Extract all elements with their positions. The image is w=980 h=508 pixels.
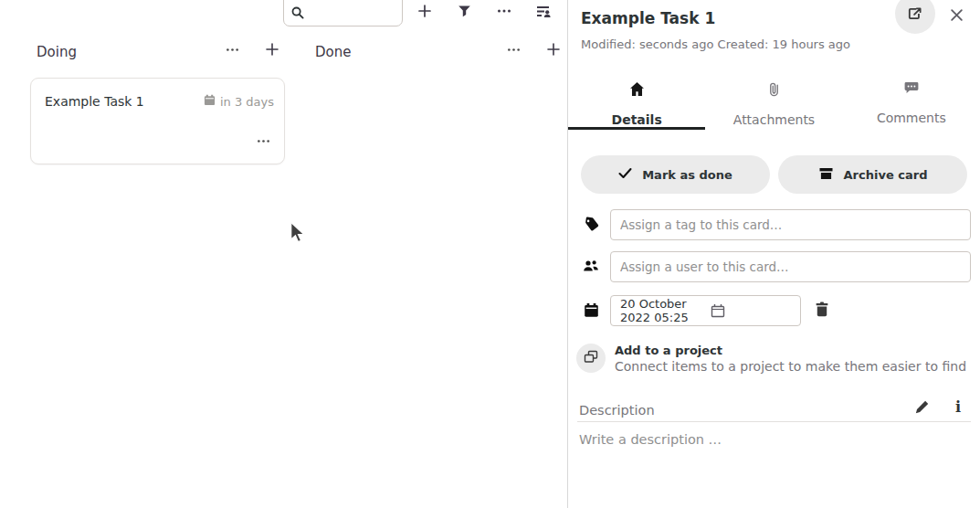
add-to-project-subtitle: Connect items to a project to make them … <box>615 359 966 374</box>
close-icon <box>950 8 964 26</box>
panel-tabs: Details Attachments Comments <box>568 77 980 130</box>
home-icon <box>629 81 645 101</box>
board-menu-button[interactable] <box>490 0 518 26</box>
kanban-app-window: Doing Done Example Task 1 in 3 days <box>0 0 980 508</box>
column-title-doing: Doing <box>37 44 77 60</box>
archive-card-button[interactable]: Archive card <box>778 155 967 194</box>
open-external-icon <box>907 5 923 26</box>
column-done-menu-button[interactable] <box>503 43 523 59</box>
add-to-project-title: Add to a project <box>615 344 722 357</box>
column-done-add-button[interactable] <box>543 41 564 61</box>
column-doing-menu-button[interactable] <box>222 43 242 59</box>
description-info-button[interactable]: i <box>950 398 966 417</box>
panel-title: Example Task 1 <box>581 9 715 27</box>
search-entry[interactable] <box>283 0 403 26</box>
ellipsis-icon <box>257 134 270 152</box>
tab-attachments-label: Attachments <box>733 112 815 127</box>
task-card[interactable]: Example Task 1 in 3 days <box>30 78 285 164</box>
assign-user-input[interactable] <box>611 252 970 281</box>
assign-tag-input[interactable] <box>611 210 970 239</box>
pencil-icon <box>915 399 930 418</box>
calendar-picker-icon[interactable] <box>711 303 792 318</box>
tag-icon <box>584 217 600 233</box>
search-input[interactable] <box>311 2 399 26</box>
description-divider <box>577 421 971 422</box>
paperclip-icon <box>768 81 780 101</box>
filter-icon <box>458 5 471 22</box>
ellipsis-icon <box>507 43 521 60</box>
assigned-filter-button[interactable] <box>530 0 557 26</box>
mouse-cursor <box>290 222 305 247</box>
plus-icon <box>417 4 432 22</box>
open-in-window-button[interactable] <box>895 0 935 34</box>
description-label: Description <box>579 403 655 418</box>
calendar-icon <box>204 94 216 109</box>
add-card-button[interactable] <box>411 0 438 26</box>
trash-icon <box>815 302 829 321</box>
comment-icon <box>904 81 919 99</box>
user-entry <box>610 251 971 282</box>
mark-as-done-label: Mark as done <box>642 168 732 182</box>
close-panel-button[interactable] <box>946 6 966 26</box>
assigned-list-icon <box>536 4 552 23</box>
column-doing-add-button[interactable] <box>262 41 282 61</box>
tab-attachments[interactable]: Attachments <box>705 77 842 130</box>
tab-details-label: Details <box>612 112 662 127</box>
tab-details[interactable]: Details <box>568 77 705 130</box>
card-title: Example Task 1 <box>45 94 144 109</box>
info-icon: i <box>955 400 961 415</box>
remove-due-date-button[interactable] <box>812 301 832 321</box>
card-due-label: in 3 days <box>220 95 274 109</box>
due-date-field[interactable]: 20 October 2022 05:25 <box>610 295 801 326</box>
plus-icon <box>546 42 561 60</box>
ellipsis-icon <box>497 4 511 22</box>
mark-as-done-button[interactable]: Mark as done <box>581 155 770 194</box>
archive-icon <box>818 166 834 184</box>
archive-card-label: Archive card <box>844 168 928 182</box>
users-icon <box>583 259 599 275</box>
active-tab-underline <box>568 127 705 130</box>
edit-description-button[interactable] <box>913 399 932 418</box>
panel-modified-created: Modified: seconds ago Created: 19 hours … <box>581 37 850 51</box>
ellipsis-icon <box>226 43 239 60</box>
plus-icon <box>265 42 279 60</box>
add-to-project-button[interactable] <box>576 344 606 373</box>
search-icon <box>291 5 304 23</box>
check-icon <box>618 167 632 182</box>
tag-entry <box>610 209 971 240</box>
card-menu-button[interactable] <box>257 134 270 152</box>
column-title-done: Done <box>315 44 351 60</box>
due-date-value: 20 October 2022 05:25 <box>620 297 701 324</box>
filter-button[interactable] <box>450 0 478 26</box>
calendar-icon <box>584 302 600 319</box>
tab-comments-label: Comments <box>877 111 946 125</box>
tab-comments[interactable]: Comments <box>843 77 980 130</box>
windows-icon <box>584 350 598 367</box>
description-textarea[interactable]: Write a description … <box>579 432 722 447</box>
card-due-date: in 3 days <box>204 94 274 109</box>
